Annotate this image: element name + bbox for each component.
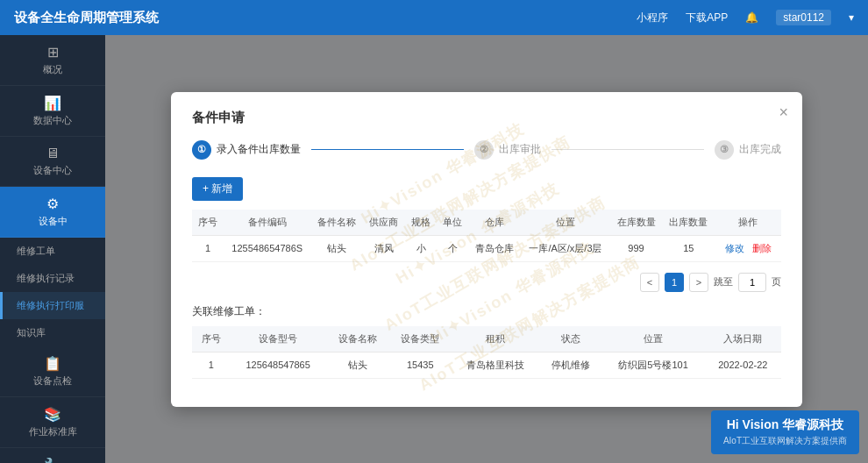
page-label: 页 bbox=[772, 275, 781, 288]
wo-cell-seq: 1 bbox=[192, 352, 231, 378]
spares-icon: 🔧 bbox=[44, 457, 61, 463]
sidebar-item-maintenance[interactable]: ⚙ 设备中 bbox=[0, 187, 105, 238]
sidebar-sub-knowledge[interactable]: 知识库 bbox=[0, 319, 105, 346]
maintenance-icon: ⚙ bbox=[46, 196, 59, 212]
related-section-label: 关联维修工单： bbox=[192, 304, 781, 319]
col-name: 备件名称 bbox=[310, 210, 363, 236]
cell-location: 一库/A区/x层/3层 bbox=[521, 235, 609, 261]
cell-name: 钻头 bbox=[310, 235, 363, 261]
cell-warehouse: 青岛仓库 bbox=[468, 235, 521, 261]
wo-col-entry-date: 入场日期 bbox=[705, 326, 781, 353]
cell-out-stock: 15 bbox=[662, 235, 715, 261]
next-page-button[interactable]: > bbox=[689, 273, 708, 292]
wo-cell-rental: 青岛格里科技 bbox=[452, 352, 539, 378]
jump-to-label: 跳至 bbox=[714, 275, 733, 288]
sidebar-item-overview[interactable]: ⊞ 概况 bbox=[0, 35, 105, 86]
bell-icon[interactable]: 🔔 bbox=[745, 11, 758, 24]
pagination: < 1 > 跳至 页 bbox=[192, 273, 781, 292]
modal-dialog: 备件申请 × ① 录入备件出库数量 ② 出库审批 ③ bbox=[171, 92, 802, 407]
user-dropdown-icon[interactable]: ▾ bbox=[849, 11, 854, 24]
steps-container: ① 录入备件出库数量 ② 出库审批 ③ 出库完成 bbox=[192, 140, 781, 160]
sidebar-item-datacenter[interactable]: 📊 数据中心 bbox=[0, 86, 105, 137]
step-line-1 bbox=[311, 149, 464, 150]
col-location: 位置 bbox=[521, 210, 609, 236]
sidebar: ⊞ 概况 📊 数据中心 🖥 设备中心 ⚙ 设备中 维修工单 维修执行记录 维修执… bbox=[0, 35, 105, 463]
content-area: Hi✦Vision 华睿源科技 AIoT工业互联网解决方案提供商 Hi✦Visi… bbox=[105, 35, 868, 463]
overview-icon: ⊞ bbox=[47, 44, 59, 61]
step-line-2 bbox=[551, 149, 704, 150]
main-layout: ⊞ 概况 📊 数据中心 🖥 设备中心 ⚙ 设备中 维修工单 维修执行记录 维修执… bbox=[0, 35, 868, 463]
col-warehouse: 仓库 bbox=[468, 210, 521, 236]
col-seq: 序号 bbox=[192, 210, 224, 236]
cell-supplier: 清风 bbox=[363, 235, 405, 261]
table-row: 1 125548654786S 钻头 清风 小 个 青岛仓库 一库/A区/x层/… bbox=[192, 235, 781, 261]
brand-name: Hi Vision 华睿源科技 bbox=[723, 417, 847, 433]
current-page-button[interactable]: 1 bbox=[665, 273, 684, 292]
col-actions: 操作 bbox=[715, 210, 781, 236]
modal-close-button[interactable]: × bbox=[779, 104, 788, 120]
delete-link[interactable]: 删除 bbox=[752, 243, 772, 253]
work-order-table-wrap: 序号 设备型号 设备名称 设备类型 租积 状态 位置 入场日期 bbox=[192, 326, 781, 379]
datacenter-icon: 📊 bbox=[44, 95, 61, 111]
step-3: ③ 出库完成 bbox=[715, 140, 781, 160]
sidebar-sub-repair-print[interactable]: 维修执行打印服 bbox=[0, 292, 105, 319]
col-supplier: 供应商 bbox=[363, 210, 405, 236]
wo-col-seq: 序号 bbox=[192, 326, 231, 353]
wo-cell-name: 钻头 bbox=[326, 352, 389, 378]
mini-program-link[interactable]: 小程序 bbox=[637, 11, 668, 25]
wo-cell-location: 纺织园5号楼101 bbox=[602, 352, 705, 378]
devices-icon: 🖥 bbox=[46, 146, 60, 161]
cell-seq: 1 bbox=[192, 235, 224, 261]
sidebar-item-label-maintenance: 设备中 bbox=[39, 215, 68, 228]
cell-code: 125548654786S bbox=[224, 235, 310, 261]
prev-page-button[interactable]: < bbox=[640, 273, 659, 292]
wo-col-type: 设备类型 bbox=[388, 326, 452, 353]
wo-col-model: 设备型号 bbox=[231, 326, 326, 353]
standards-icon: 📚 bbox=[44, 406, 61, 423]
cell-spec: 小 bbox=[405, 235, 437, 261]
download-app-link[interactable]: 下载APP bbox=[686, 11, 728, 25]
sidebar-item-inspection[interactable]: 📋 设备点检 bbox=[0, 346, 105, 397]
col-code: 备件编码 bbox=[224, 210, 310, 236]
wo-col-rental: 租积 bbox=[452, 326, 539, 353]
step-1-circle: ① bbox=[192, 140, 211, 160]
add-part-button[interactable]: + 新增 bbox=[192, 177, 243, 201]
page-jump-input[interactable] bbox=[738, 273, 766, 292]
sidebar-item-standards[interactable]: 📚 作业标准库 bbox=[0, 397, 105, 448]
sidebar-item-label-inspection: 设备点检 bbox=[33, 374, 72, 388]
header-right: 小程序 下载APP 🔔 star0112 ▾ bbox=[637, 10, 854, 25]
sidebar-item-spares[interactable]: 🔧 备品备件 bbox=[0, 448, 105, 463]
sidebar-item-label-datacenter: 数据中心 bbox=[33, 114, 72, 127]
step-2-label: 出库审批 bbox=[499, 142, 541, 157]
wo-table-row: 1 125648547865 钻头 15435 青岛格里科技 停机维修 纺织园5… bbox=[192, 352, 781, 378]
col-spec: 规格 bbox=[405, 210, 437, 236]
sidebar-item-devices[interactable]: 🖥 设备中心 bbox=[0, 137, 105, 187]
step-2: ② 出库审批 bbox=[474, 140, 541, 160]
sidebar-sub-repair-records[interactable]: 维修执行记录 bbox=[0, 265, 105, 292]
modal-overlay[interactable]: Hi✦Vision 华睿源科技 AIoT工业互联网解决方案提供商 Hi✦Visi… bbox=[105, 35, 868, 463]
col-unit: 单位 bbox=[437, 210, 468, 236]
cell-unit: 个 bbox=[437, 235, 468, 261]
work-order-table: 序号 设备型号 设备名称 设备类型 租积 状态 位置 入场日期 bbox=[192, 326, 781, 379]
parts-table: 序号 备件编码 备件名称 供应商 规格 单位 仓库 位置 在库数量 出库数量 操 bbox=[192, 210, 781, 262]
col-out-stock: 出库数量 bbox=[662, 210, 715, 236]
brand-badge: Hi Vision 华睿源科技 AIoT工业互联网解决方案提供商 bbox=[711, 410, 859, 454]
sidebar-item-label-overview: 概况 bbox=[43, 63, 62, 76]
sidebar-item-label-standards: 作业标准库 bbox=[29, 425, 77, 438]
wo-cell-type: 15435 bbox=[388, 352, 452, 378]
step-3-circle: ③ bbox=[715, 140, 734, 160]
step-1-label: 录入备件出库数量 bbox=[217, 142, 301, 157]
cell-actions: 修改 删除 bbox=[715, 235, 781, 261]
top-header: 设备全生命周期管理系统 小程序 下载APP 🔔 star0112 ▾ bbox=[0, 0, 868, 35]
wo-cell-model: 125648547865 bbox=[231, 352, 326, 378]
col-in-stock: 在库数量 bbox=[610, 210, 663, 236]
step-1: ① 录入备件出库数量 bbox=[192, 140, 301, 160]
edit-link[interactable]: 修改 bbox=[725, 243, 744, 253]
sidebar-item-label-devices: 设备中心 bbox=[33, 164, 72, 177]
brand-sub: AIoT工业互联网解决方案提供商 bbox=[723, 435, 847, 447]
cell-in-stock: 999 bbox=[610, 235, 663, 261]
parts-table-wrap: 序号 备件编码 备件名称 供应商 规格 单位 仓库 位置 在库数量 出库数量 操 bbox=[192, 210, 781, 262]
wo-col-status: 状态 bbox=[539, 326, 602, 353]
user-name[interactable]: star0112 bbox=[776, 10, 831, 25]
sidebar-sub-repair-orders[interactable]: 维修工单 bbox=[0, 238, 105, 265]
